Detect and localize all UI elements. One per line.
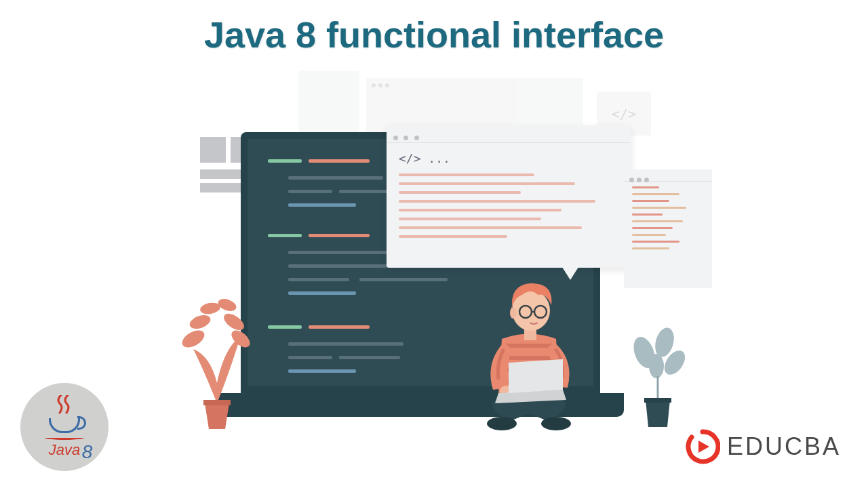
speech-bubble-code: </> ... <box>387 125 631 268</box>
svg-point-0 <box>179 327 207 350</box>
svg-point-1 <box>188 312 212 331</box>
steam-icon <box>52 395 77 414</box>
traffic-light-icon <box>403 136 408 140</box>
svg-rect-6 <box>203 400 231 405</box>
coffee-cup-icon <box>49 418 80 433</box>
java8-badge-icon: Java 8 <box>20 383 108 471</box>
plant-left-icon <box>176 281 258 430</box>
bg-window-small <box>298 71 359 132</box>
side-code-panel <box>624 169 712 288</box>
svg-point-13 <box>541 417 571 430</box>
traffic-light-icon <box>393 136 398 140</box>
svg-point-5 <box>216 297 238 314</box>
java-version: 8 <box>82 441 93 463</box>
svg-point-3 <box>221 310 247 333</box>
educba-logo: EDUCBA <box>685 429 841 464</box>
traffic-light-icon <box>414 136 419 140</box>
svg-point-18 <box>510 308 517 319</box>
hero-illustration: </> <box>163 71 705 451</box>
java-text: Java <box>49 441 80 458</box>
educba-mark-icon <box>685 429 720 464</box>
bubble-header <box>387 125 631 143</box>
bubble-code-text: </> ... <box>387 143 631 174</box>
svg-point-12 <box>487 417 517 430</box>
svg-point-2 <box>199 302 221 316</box>
page-title: Java 8 functional interface <box>0 14 868 56</box>
educba-text: EDUCBA <box>727 432 841 461</box>
svg-rect-11 <box>644 398 671 403</box>
svg-point-10 <box>649 354 664 378</box>
plant-right-icon <box>624 322 692 430</box>
person-illustration <box>444 258 614 434</box>
java-label: Java 8 <box>49 441 80 459</box>
saucer-icon <box>45 436 84 440</box>
